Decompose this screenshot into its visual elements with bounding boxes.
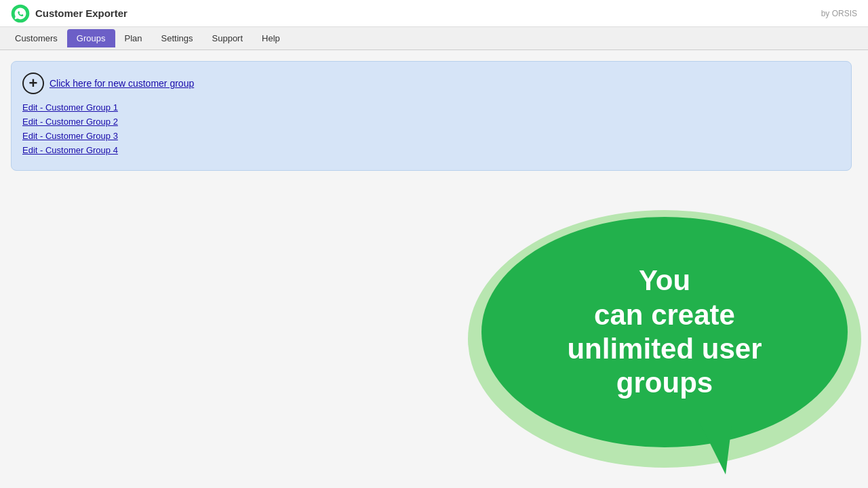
new-group-button[interactable]: + Click here for new customer group	[22, 73, 840, 94]
whatsapp-icon	[11, 4, 30, 23]
new-group-label: Click here for new customer group	[50, 78, 194, 89]
main-nav: Customers Groups Plan Settings Support H…	[0, 27, 868, 50]
main-content: + Click here for new customer group Edit…	[0, 50, 868, 182]
bubble-text: Youcan createunlimited usergroups	[540, 250, 789, 414]
plus-icon: +	[22, 73, 44, 94]
promo-bubble-area: Youcan createunlimited usergroups	[434, 203, 868, 488]
bubble-main: Youcan createunlimited usergroups	[481, 217, 848, 447]
group-link-2[interactable]: Edit - Customer Group 2	[22, 117, 840, 127]
nav-item-plan[interactable]: Plan	[115, 29, 152, 47]
groups-panel: + Click here for new customer group Edit…	[11, 61, 852, 171]
header-left: Customer Exporter	[11, 4, 127, 23]
nav-item-settings[interactable]: Settings	[152, 29, 203, 47]
group-link-1[interactable]: Edit - Customer Group 1	[22, 102, 840, 113]
nav-item-support[interactable]: Support	[203, 29, 253, 47]
app-title: Customer Exporter	[35, 7, 127, 19]
by-orsis-label: by ORSIS	[821, 9, 857, 18]
bubble-tail	[698, 420, 732, 474]
nav-item-help[interactable]: Help	[252, 29, 290, 47]
group-link-3[interactable]: Edit - Customer Group 3	[22, 131, 840, 141]
nav-item-groups[interactable]: Groups	[67, 29, 115, 47]
nav-item-customers[interactable]: Customers	[5, 29, 67, 47]
app-header: Customer Exporter by ORSIS	[0, 0, 868, 27]
group-link-4[interactable]: Edit - Customer Group 4	[22, 145, 840, 155]
